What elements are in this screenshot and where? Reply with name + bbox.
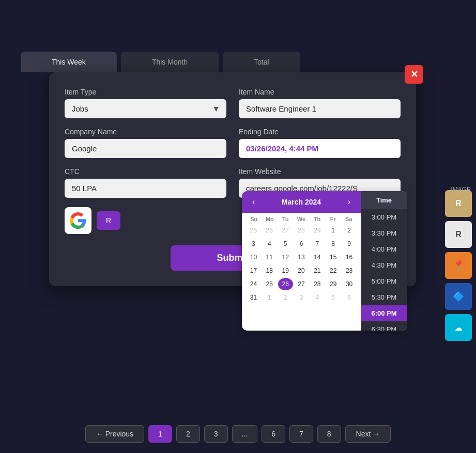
- sidebar-label: IMAGE: [451, 186, 471, 193]
- calendar-day[interactable]: 17: [246, 264, 261, 277]
- calendar-day[interactable]: 27: [294, 278, 309, 290]
- time-header: Time: [361, 191, 407, 209]
- ctc-group: CTC: [65, 167, 226, 198]
- day-grid: 2526272829123456789101112131415161718192…: [246, 224, 357, 304]
- item-name-group: Item Name: [239, 88, 401, 118]
- item-type-select-wrapper: Jobs Internship Contract ▼: [65, 99, 226, 118]
- previous-button[interactable]: ← Previous: [85, 425, 144, 443]
- calendar-day[interactable]: 22: [326, 264, 341, 277]
- page-3-button[interactable]: 3: [204, 425, 228, 443]
- ctc-input[interactable]: [65, 179, 226, 198]
- calendar-day[interactable]: 30: [342, 278, 357, 290]
- page-1-button[interactable]: 1: [148, 425, 172, 443]
- datetime-picker: ‹ March 2024 › Su Mo Tu We Th Fr Sa 2526…: [242, 191, 407, 331]
- page-8-button[interactable]: 8: [317, 425, 341, 443]
- calendar-day[interactable]: 11: [262, 251, 277, 263]
- calendar-day[interactable]: 5: [326, 291, 341, 304]
- item-type-select[interactable]: Jobs Internship Contract: [65, 99, 226, 118]
- time-item[interactable]: 6:30 PM: [361, 321, 407, 331]
- sidebar-images: R R 📍 🔷 ☁: [441, 186, 476, 345]
- calendar-day[interactable]: 26: [262, 224, 277, 237]
- sidebar-logo-4: 🔷: [445, 283, 472, 310]
- calendar-day[interactable]: 10: [246, 251, 261, 263]
- calendar-day[interactable]: 3: [246, 238, 261, 250]
- item-website-label: Item Website: [239, 167, 401, 176]
- day-headers: Su Mo Tu We Th Fr Sa: [246, 216, 357, 222]
- calendar-day[interactable]: 12: [278, 251, 293, 263]
- time-item[interactable]: 4:00 PM: [361, 241, 407, 257]
- time-item[interactable]: 5:30 PM: [361, 289, 407, 305]
- calendar-day[interactable]: 4: [310, 291, 325, 304]
- sidebar-logo-1: R: [445, 190, 472, 217]
- pagination: ← Previous 1 2 3 ... 6 7 8 Next →: [0, 425, 476, 443]
- calendar-section: ‹ March 2024 › Su Mo Tu We Th Fr Sa 2526…: [242, 191, 361, 331]
- calendar-header: ‹ March 2024 ›: [242, 191, 361, 213]
- calendar-day[interactable]: 1: [262, 291, 277, 304]
- calendar-day[interactable]: 26: [278, 278, 293, 290]
- tab-total[interactable]: Total: [223, 52, 300, 72]
- calendar-day[interactable]: 25: [262, 278, 277, 290]
- sidebar-logo-2: R: [445, 221, 472, 248]
- form-grid: Item Type Jobs Internship Contract ▼ Ite…: [65, 88, 401, 198]
- page-ellipsis: ...: [232, 425, 258, 443]
- calendar-day[interactable]: 27: [278, 224, 293, 237]
- calendar-day[interactable]: 23: [342, 264, 357, 277]
- calendar-day[interactable]: 6: [342, 291, 357, 304]
- calendar-month-label: March 2024: [282, 198, 321, 206]
- calendar-day[interactable]: 28: [310, 278, 325, 290]
- company-name-input[interactable]: [65, 139, 226, 158]
- calendar-day[interactable]: 13: [294, 251, 309, 263]
- calendar-day[interactable]: 21: [310, 264, 325, 277]
- next-button[interactable]: Next →: [345, 425, 391, 443]
- sidebar-logo-3: 📍: [445, 252, 472, 279]
- ending-date-label: Ending Date: [239, 128, 401, 136]
- time-item[interactable]: 3:00 PM: [361, 209, 407, 225]
- calendar-day[interactable]: 5: [278, 238, 293, 250]
- calendar-day[interactable]: 18: [262, 264, 277, 277]
- tab-this-week[interactable]: This Week: [21, 52, 117, 72]
- remove-button[interactable]: R: [97, 211, 120, 230]
- calendar-day[interactable]: 2: [342, 224, 357, 237]
- calendar-day[interactable]: 19: [278, 264, 293, 277]
- calendar-day[interactable]: 29: [310, 224, 325, 237]
- calendar-day[interactable]: 7: [310, 238, 325, 250]
- sidebar-logo-5: ☁: [445, 314, 472, 341]
- calendar-day[interactable]: 20: [294, 264, 309, 277]
- tab-this-month[interactable]: This Month: [121, 52, 219, 72]
- calendar-day[interactable]: 9: [342, 238, 357, 250]
- calendar-day[interactable]: 25: [246, 224, 261, 237]
- page-7-button[interactable]: 7: [289, 425, 313, 443]
- page-2-button[interactable]: 2: [176, 425, 200, 443]
- item-name-label: Item Name: [239, 88, 401, 96]
- close-button[interactable]: ✕: [405, 65, 423, 84]
- ending-date-group: Ending Date 03/26/2024, 4:44 PM: [239, 128, 401, 158]
- page-6-button[interactable]: 6: [262, 425, 285, 443]
- item-type-group: Item Type Jobs Internship Contract ▼: [65, 88, 226, 118]
- calendar-day[interactable]: 16: [342, 251, 357, 263]
- item-type-label: Item Type: [65, 88, 226, 96]
- time-item[interactable]: 3:30 PM: [361, 225, 407, 241]
- calendar-day[interactable]: 3: [294, 291, 309, 304]
- calendar-day[interactable]: 6: [294, 238, 309, 250]
- item-name-input[interactable]: [239, 99, 401, 118]
- calendar-day[interactable]: 29: [326, 278, 341, 290]
- calendar-day[interactable]: 8: [326, 238, 341, 250]
- ctc-label: CTC: [65, 167, 226, 176]
- calendar-day[interactable]: 31: [246, 291, 261, 304]
- calendar-day[interactable]: 1: [326, 224, 341, 237]
- calendar-day[interactable]: 14: [310, 251, 325, 263]
- google-logo: [65, 207, 91, 234]
- calendar-next-button[interactable]: ›: [345, 196, 354, 208]
- calendar-day[interactable]: 15: [326, 251, 341, 263]
- calendar-prev-button[interactable]: ‹: [249, 196, 258, 208]
- time-item[interactable]: 4:30 PM: [361, 257, 407, 273]
- ending-date-picker[interactable]: 03/26/2024, 4:44 PM: [239, 139, 401, 158]
- calendar-day[interactable]: 28: [294, 224, 309, 237]
- calendar-day[interactable]: 4: [262, 238, 277, 250]
- calendar-grid: Su Mo Tu We Th Fr Sa 2526272829123456789…: [242, 213, 361, 307]
- company-name-label: Company Name: [65, 128, 226, 136]
- calendar-day[interactable]: 24: [246, 278, 261, 290]
- time-item[interactable]: 6:00 PM: [361, 305, 407, 321]
- time-item[interactable]: 5:00 PM: [361, 273, 407, 289]
- calendar-day[interactable]: 2: [278, 291, 293, 304]
